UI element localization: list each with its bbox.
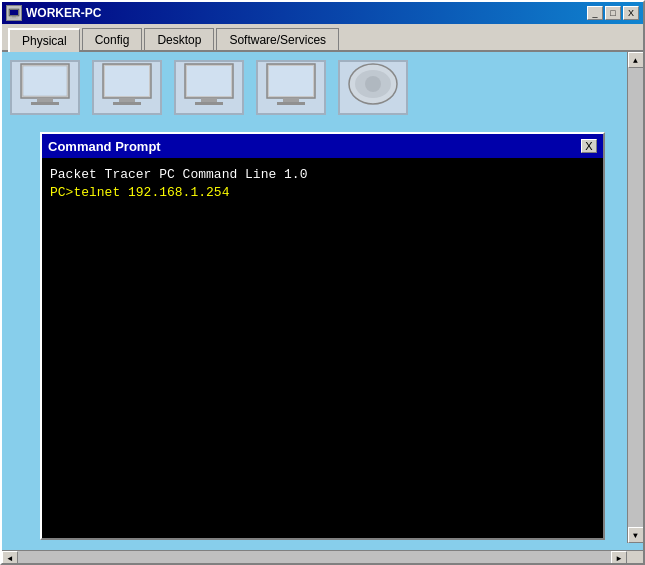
svg-rect-16 [195,102,223,105]
maximize-button[interactable]: □ [605,6,621,20]
cmd-window: Command Prompt X Packet Tracer PC Comman… [40,132,605,540]
scroll-track-horizontal[interactable] [18,551,611,564]
svg-rect-18 [269,66,313,96]
svg-rect-14 [187,66,231,96]
svg-rect-20 [277,102,305,105]
svg-rect-1 [10,10,18,15]
svg-rect-11 [119,98,135,102]
svg-point-23 [365,76,381,92]
tab-physical[interactable]: Physical [8,28,80,52]
scroll-right-button[interactable]: ► [611,551,627,564]
svg-rect-7 [37,98,53,102]
minimize-button[interactable]: _ [587,6,603,20]
content-area: Command Prompt X Packet Tracer PC Comman… [2,52,643,563]
scroll-track-vertical[interactable] [628,68,644,527]
scroll-up-button[interactable]: ▲ [628,52,644,68]
cmd-title-bar: Command Prompt X [42,134,603,158]
svg-rect-12 [113,102,141,105]
svg-rect-10 [105,66,149,96]
device-icon-3 [174,60,244,115]
scrollbar-corner [627,551,643,564]
tab-software-services[interactable]: Software/Services [216,28,339,50]
bottom-scrollbar: ◄ ► [2,550,643,563]
device-strip [2,52,643,122]
device-icon-1 [10,60,80,115]
scroll-left-button[interactable]: ◄ [2,551,18,564]
device-icon-5 [338,60,408,115]
tab-bar: Physical Config Desktop Software/Service… [2,24,643,52]
svg-rect-19 [283,98,299,102]
device-icon-2 [92,60,162,115]
title-bar: WORKER-PC _ □ X [2,2,643,24]
svg-rect-3 [10,18,18,19]
title-bar-left: WORKER-PC [6,5,101,21]
scroll-down-button[interactable]: ▼ [628,527,644,543]
svg-rect-15 [201,98,217,102]
window-title: WORKER-PC [26,6,101,20]
cmd-line-1: Packet Tracer PC Command Line 1.0 [50,166,595,184]
svg-rect-8 [31,102,59,105]
window-icon [6,5,22,21]
title-buttons: _ □ X [587,6,639,20]
tab-config[interactable]: Config [82,28,143,50]
svg-rect-5 [23,66,67,96]
cmd-close-button[interactable]: X [581,139,597,153]
cmd-body[interactable]: Packet Tracer PC Command Line 1.0 PC>tel… [42,158,603,538]
close-button[interactable]: X [623,6,639,20]
cmd-line-2: PC>telnet 192.168.1.254 [50,184,595,202]
tab-desktop[interactable]: Desktop [144,28,214,50]
svg-rect-2 [12,16,16,18]
main-window: WORKER-PC _ □ X Physical Config Desktop … [0,0,645,565]
cmd-title-text: Command Prompt [48,139,161,154]
cmd-area: Command Prompt X Packet Tracer PC Comman… [2,122,643,550]
device-icon-4 [256,60,326,115]
right-scrollbar: ▲ ▼ [627,52,643,543]
